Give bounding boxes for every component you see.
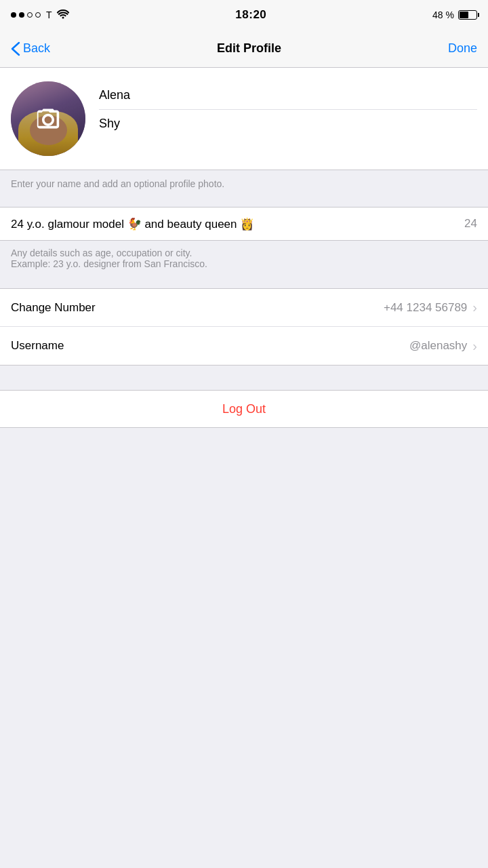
bio-hint: Any details such as age, occupation or c… <box>0 241 488 285</box>
profile-hint: Enter your name and add an optional prof… <box>0 170 488 207</box>
username-value: @alenashy <box>409 339 467 353</box>
carrier-label: T <box>46 9 52 20</box>
bio-hint-line2: Example: 23 y.o. designer from San Franc… <box>11 258 477 269</box>
signal-dot-4 <box>35 12 41 18</box>
signal-dot-3 <box>27 12 33 18</box>
wifi-icon <box>56 8 70 22</box>
carrier-info: T <box>11 8 70 22</box>
clock: 18:20 <box>235 8 266 22</box>
camera-icon <box>36 106 60 131</box>
camera-overlay <box>11 81 85 156</box>
change-number-value-wrap: +44 1234 56789 › <box>384 300 477 315</box>
back-label: Back <box>23 41 50 56</box>
last-name-input[interactable] <box>99 117 477 131</box>
spacer <box>0 366 488 390</box>
chevron-right-icon: › <box>472 300 477 315</box>
change-number-label: Change Number <box>11 301 96 315</box>
change-number-value: +44 1234 56789 <box>384 301 467 315</box>
change-number-item[interactable]: Change Number +44 1234 56789 › <box>0 289 488 327</box>
signal-dot-2 <box>19 12 24 18</box>
bio-char-count: 24 <box>464 217 477 231</box>
bio-section[interactable]: 24 <box>0 207 488 241</box>
avatar[interactable] <box>11 81 85 156</box>
first-name-field[interactable] <box>99 81 477 110</box>
battery-percent: 48 % <box>432 9 454 20</box>
username-label: Username <box>11 339 64 353</box>
first-name-input[interactable] <box>99 88 477 102</box>
done-button[interactable]: Done <box>448 41 477 56</box>
profile-fields <box>99 81 477 138</box>
bio-hint-line1: Any details such as age, occupation or c… <box>11 248 477 258</box>
battery-fill <box>460 12 468 18</box>
chevron-right-icon-2: › <box>472 338 477 354</box>
last-name-field[interactable] <box>99 110 477 138</box>
back-button[interactable]: Back <box>11 41 50 56</box>
nav-bar: Back Edit Profile Done <box>0 30 488 68</box>
status-bar: T 18:20 48 % <box>0 0 488 30</box>
page-title: Edit Profile <box>217 41 281 56</box>
settings-list: Change Number +44 1234 56789 › Username … <box>0 288 488 366</box>
battery-info: 48 % <box>432 9 477 20</box>
logout-button[interactable]: Log Out <box>222 402 266 416</box>
username-item[interactable]: Username @alenashy › <box>0 327 488 365</box>
bio-input[interactable] <box>11 217 458 231</box>
username-value-wrap: @alenashy › <box>409 338 477 354</box>
battery-icon <box>458 10 477 20</box>
profile-section <box>0 68 488 170</box>
bottom-fill <box>0 428 488 631</box>
profile-hint-text: Enter your name and add an optional prof… <box>11 178 224 189</box>
logout-section[interactable]: Log Out <box>0 390 488 428</box>
signal-dot-1 <box>11 12 16 18</box>
